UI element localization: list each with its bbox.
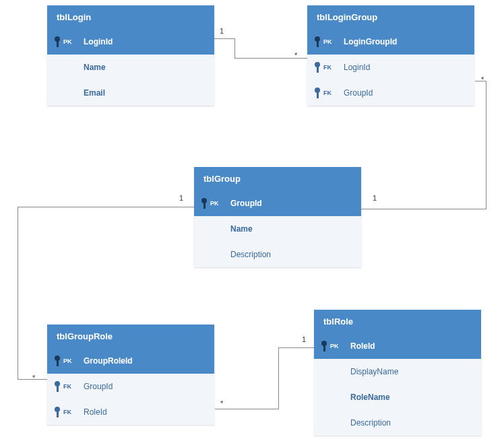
key-type-label: FK <box>323 64 336 71</box>
key-spacer <box>54 88 61 98</box>
entity-tbllogin[interactable]: tblLogin PK LoginId Name Email <box>47 5 214 106</box>
key-type-label: PK <box>210 200 222 207</box>
table-row: FK GroupId <box>307 80 474 106</box>
table-row: Email <box>47 80 214 106</box>
connector-line <box>214 38 234 39</box>
connector-line <box>215 409 279 409</box>
cardinality-many: * <box>294 51 297 59</box>
table-row: Description <box>194 242 361 267</box>
key-type-label: PK <box>330 343 342 349</box>
column-name: Name <box>230 224 253 234</box>
column-name: RoleName <box>350 393 390 402</box>
table-row: Description <box>314 410 481 436</box>
key-type-label: PK <box>323 38 336 45</box>
key-icon <box>314 36 321 47</box>
connector-line <box>18 207 18 380</box>
cardinality-one: 1 <box>302 335 306 343</box>
entity-title: tblLoginGroup <box>307 5 474 29</box>
column-name: Description <box>350 418 391 428</box>
column-name: Email <box>84 88 105 98</box>
key-type-label: FK <box>63 383 75 390</box>
entity-title: tblRole <box>314 310 481 333</box>
table-row: Name <box>47 55 214 80</box>
key-spacer <box>321 417 327 428</box>
column-name: LoginGroupId <box>344 37 397 46</box>
key-icon <box>314 62 321 73</box>
column-name: GroupRoleId <box>84 356 133 366</box>
key-spacer <box>201 224 208 234</box>
key-spacer <box>54 62 61 73</box>
entity-tblgroup[interactable]: tblGroup PK GroupId Name Description <box>194 167 361 267</box>
entity-title: tblGroup <box>194 167 361 191</box>
entity-tblrole[interactable]: tblRole PK RoleId DisplayName RoleName D… <box>314 310 481 436</box>
cardinality-many: * <box>220 399 223 407</box>
key-icon <box>54 407 61 417</box>
column-name: GroupId <box>84 382 113 391</box>
key-type-label: PK <box>63 358 75 364</box>
column-name: RoleId <box>84 407 107 417</box>
column-name: RoleId <box>350 341 375 351</box>
column-name: LoginId <box>84 37 113 46</box>
entity-tbllogingroup[interactable]: tblLoginGroup PK LoginGroupId FK LoginId… <box>307 5 474 106</box>
table-row: DisplayName <box>314 359 481 384</box>
entity-title: tblLogin <box>47 5 214 29</box>
key-type-label: FK <box>63 409 75 415</box>
column-name: Name <box>84 63 106 72</box>
table-row: PK GroupRoleId <box>47 348 214 374</box>
table-row: PK LoginId <box>47 29 214 55</box>
key-type-label: PK <box>63 38 75 45</box>
column-name: DisplayName <box>350 367 398 376</box>
key-icon <box>201 198 208 209</box>
column-name: LoginId <box>344 63 370 72</box>
column-name: GroupId <box>344 88 373 98</box>
table-row: PK RoleId <box>314 333 481 359</box>
cardinality-one: 1 <box>179 194 183 202</box>
column-name: GroupId <box>230 199 262 208</box>
connector-line <box>486 81 486 209</box>
connector-line <box>475 81 486 81</box>
table-row: RoleName <box>314 384 481 410</box>
connector-line <box>234 38 235 58</box>
connector-line <box>361 209 486 209</box>
table-row: Name <box>194 216 361 242</box>
connector-line <box>278 347 314 348</box>
key-icon <box>54 381 61 392</box>
key-icon <box>321 341 327 351</box>
key-spacer <box>321 366 327 377</box>
column-name: Description <box>230 250 271 259</box>
table-row: FK RoleId <box>47 399 214 425</box>
entity-title: tblGroupRole <box>47 325 214 348</box>
table-row: PK GroupId <box>194 191 361 216</box>
key-icon <box>54 36 61 47</box>
entity-tblgrouprole[interactable]: tblGroupRole PK GroupRoleId FK GroupId F… <box>47 325 214 425</box>
cardinality-one: 1 <box>373 194 377 202</box>
key-spacer <box>321 392 327 403</box>
key-icon <box>54 356 61 366</box>
cardinality-many: * <box>481 75 484 83</box>
cardinality-many: * <box>32 374 35 382</box>
key-icon <box>314 88 321 98</box>
key-type-label: FK <box>323 90 336 96</box>
connector-line <box>18 207 194 207</box>
key-spacer <box>201 249 208 260</box>
connector-line <box>278 347 279 409</box>
table-row: PK LoginGroupId <box>307 29 474 55</box>
table-row: FK LoginId <box>307 55 474 80</box>
cardinality-one: 1 <box>220 27 224 35</box>
table-row: FK GroupId <box>47 374 214 399</box>
